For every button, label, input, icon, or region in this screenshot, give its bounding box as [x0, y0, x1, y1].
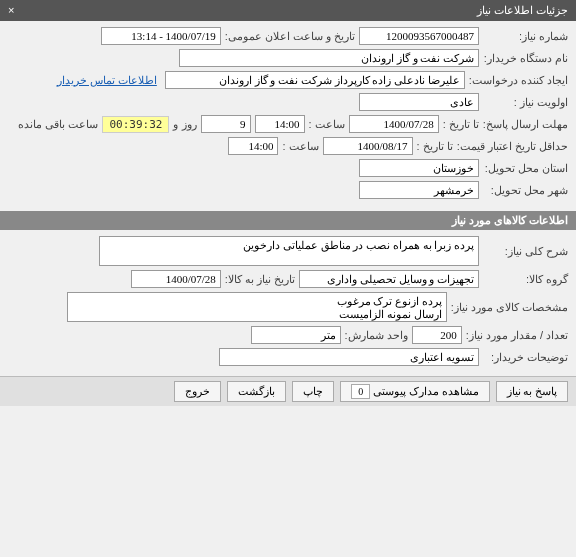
announce-label: تاریخ و ساعت اعلان عمومی:	[225, 30, 355, 43]
request-no-field[interactable]	[359, 27, 479, 45]
city-field[interactable]	[359, 181, 479, 199]
price-validity-label: حداقل تاریخ اعتبار قیمت:	[457, 140, 568, 153]
attachments-label: مشاهده مدارک پیوستی	[373, 385, 479, 397]
footer-toolbar: پاسخ به نیاز مشاهده مدارک پیوستی 0 چاپ ب…	[0, 376, 576, 406]
spec-field[interactable]: پرده ازنوع ترک مرغوب ارسال نمونه الزامیس…	[67, 292, 447, 322]
qty-field[interactable]	[412, 326, 462, 344]
back-button[interactable]: بازگشت	[227, 381, 286, 402]
price-date-field[interactable]	[323, 137, 413, 155]
hour-field[interactable]	[255, 115, 305, 133]
exit-button[interactable]: خروج	[174, 381, 221, 402]
qty-label: تعداد / مقدار مورد نیاز:	[466, 329, 568, 342]
priority-field[interactable]	[359, 93, 479, 111]
group-label: گروه کالا:	[483, 273, 568, 286]
creator-field[interactable]	[165, 71, 465, 89]
buyer-note-field[interactable]	[219, 348, 479, 366]
spec-label: مشخصات کالای مورد نیاز:	[451, 301, 568, 314]
buyer-label: نام دستگاه خریدار:	[483, 52, 568, 65]
window-title: جزئیات اطلاعات نیاز	[477, 4, 568, 16]
desc-label: شرح کلی نیاز:	[483, 245, 568, 258]
province-field[interactable]	[359, 159, 479, 177]
attachments-count: 0	[351, 384, 370, 399]
request-no-label: شماره نیاز:	[483, 30, 568, 43]
buyer-note-label: توضیحات خریدار:	[483, 351, 568, 364]
province-label: استان محل تحویل:	[483, 162, 568, 175]
spacer	[8, 381, 168, 402]
goods-section-title: اطلاعات کالاهای مورد نیاز	[0, 211, 576, 230]
close-icon[interactable]: ×	[8, 4, 14, 16]
contact-link[interactable]: اطلاعات تماس خریدار	[53, 73, 161, 88]
days-label: روز و	[173, 118, 196, 131]
creator-label: ایجاد کننده درخواست:	[469, 74, 568, 87]
days-count-field[interactable]	[201, 115, 251, 133]
print-button[interactable]: چاپ	[292, 381, 334, 402]
hour-label: ساعت :	[309, 118, 345, 131]
reply-button[interactable]: پاسخ به نیاز	[496, 381, 569, 402]
desc-field[interactable]: پرده زبرا به همراه نصب در مناطق عملیاتی …	[99, 236, 479, 266]
price-hour-label: ساعت :	[282, 140, 318, 153]
city-label: شهر محل تحویل:	[483, 184, 568, 197]
goods-section: شرح کلی نیاز: پرده زبرا به همراه نصب در …	[0, 230, 576, 376]
to-date-field[interactable]	[349, 115, 439, 133]
countdown-timer: 00:39:32	[102, 116, 169, 133]
price-to-date-label: تا تاریخ :	[417, 140, 453, 153]
buyer-field[interactable]	[179, 49, 479, 67]
priority-label: اولویت نیاز :	[483, 96, 568, 109]
announce-field[interactable]	[101, 27, 221, 45]
need-date-label: تاریخ نیاز به کالا:	[225, 273, 295, 286]
to-date-label: تا تاریخ :	[443, 118, 479, 131]
deadline-label: مهلت ارسال پاسخ:	[483, 118, 568, 131]
window-header: جزئیات اطلاعات نیاز ×	[0, 0, 576, 21]
attachments-button[interactable]: مشاهده مدارک پیوستی 0	[340, 381, 489, 402]
unit-label: واحد شمارش:	[345, 329, 408, 342]
remaining-label: ساعت باقی مانده	[18, 118, 98, 131]
unit-field[interactable]	[251, 326, 341, 344]
group-field[interactable]	[299, 270, 479, 288]
need-info-section: شماره نیاز: تاریخ و ساعت اعلان عمومی: نا…	[0, 21, 576, 209]
need-date-field[interactable]	[131, 270, 221, 288]
price-hour-field[interactable]	[228, 137, 278, 155]
